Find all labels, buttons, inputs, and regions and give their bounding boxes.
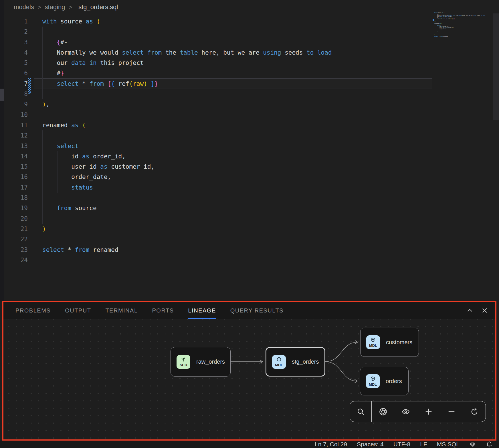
code-line: renamed as ( [42, 120, 332, 130]
lineage-canvas[interactable]: SEDraw_ordersMDLstg_ordersMDLcustomersMD… [3, 319, 495, 439]
eye-icon[interactable] [401, 407, 410, 416]
code-line [434, 37, 492, 39]
node-badge-text: MDL [369, 382, 377, 387]
vscode-window: models > staging > stg_orders.sql 123456… [0, 0, 499, 448]
line-number: 16 [0, 172, 28, 182]
bottom-panel: PROBLEMSOUTPUTTERMINALPORTSLINEAGEQUERY … [2, 301, 496, 441]
line-number: 3 [0, 37, 28, 47]
line-number: 7 [0, 79, 28, 89]
code-line: with source as ( [42, 16, 332, 27]
breadcrumb: models > staging > stg_orders.sql [14, 2, 118, 12]
code-line: ) [42, 224, 332, 234]
code-line: id as order_id, [42, 151, 332, 162]
breadcrumb-segment-models[interactable]: models [14, 3, 34, 11]
breadcrumb-separator: > [38, 4, 41, 11]
tab-problems[interactable]: PROBLEMS [15, 302, 51, 319]
lineage-node-stg_orders[interactable]: MDLstg_orders [266, 347, 325, 377]
status-item-utf-8[interactable]: UTF-8 [393, 441, 411, 448]
tab-query-results[interactable]: QUERY RESULTS [230, 302, 284, 319]
code-line: from source [42, 203, 332, 213]
line-number: 18 [0, 193, 28, 203]
node-badge: MDL [366, 374, 380, 388]
code-line: select * from renamed [42, 245, 332, 255]
line-number: 5 [0, 58, 28, 68]
lineage-node-raw_orders[interactable]: SEDraw_orders [171, 347, 231, 377]
line-number: 24 [0, 255, 28, 265]
breadcrumb-file-name: stg_orders.sql [78, 3, 118, 11]
zoom-out-icon[interactable] [447, 407, 456, 416]
line-number: 21 [0, 224, 28, 234]
code-editor[interactable]: with source as ( {#- Normally we would s… [42, 16, 332, 265]
line-number: 17 [0, 182, 28, 193]
line-number: 14 [0, 151, 28, 162]
copilot-icon[interactable] [469, 441, 476, 448]
breadcrumb-separator: > [69, 4, 72, 11]
line-number: 1 [0, 16, 28, 27]
zoom-in-icon[interactable] [424, 407, 433, 416]
line-number: 9 [0, 99, 28, 109]
editor-scrollbar[interactable] [493, 13, 499, 120]
node-label: customers [386, 339, 412, 346]
node-badge: SED [177, 355, 190, 369]
node-badge-text: MDL [275, 363, 283, 367]
line-number: 13 [0, 141, 28, 151]
code-line: order_date, [42, 172, 332, 182]
status-item-spaces-4[interactable]: Spaces: 4 [357, 441, 383, 448]
node-badge-text: MDL [369, 343, 377, 348]
line-number: 2 [0, 27, 28, 37]
line-number: 22 [0, 234, 28, 244]
code-line: select [42, 141, 332, 151]
toolbar-section [463, 401, 486, 422]
status-item-ms-sql[interactable]: MS SQL [437, 441, 460, 448]
breadcrumb-segment-staging[interactable]: staging [45, 3, 65, 11]
line-number: 8 [0, 89, 28, 99]
code-line: ), [42, 99, 332, 109]
line-number: 19 [0, 203, 28, 213]
code-line: #} [42, 68, 332, 78]
refresh-icon[interactable] [470, 407, 479, 416]
line-number: 20 [0, 214, 28, 224]
tab-terminal[interactable]: TERMINAL [105, 302, 138, 319]
status-item-ln-7-col-29[interactable]: Ln 7, Col 29 [315, 441, 347, 448]
tab-ports[interactable]: PORTS [152, 302, 174, 319]
close-icon[interactable] [481, 307, 488, 314]
node-label: raw_orders [196, 359, 225, 365]
line-number: 23 [0, 245, 28, 255]
status-item-lf[interactable]: LF [420, 441, 427, 448]
toolbar-section [350, 401, 372, 422]
minimap-modified-marker [433, 19, 434, 21]
line-number: 15 [0, 162, 28, 172]
cube-icon [370, 376, 376, 382]
code-line [42, 89, 332, 99]
line-number: 11 [0, 120, 28, 130]
seedling-icon [181, 357, 186, 362]
node-badge: MDL [272, 355, 286, 369]
code-line [42, 214, 332, 224]
panel-tab-bar: PROBLEMSOUTPUTTERMINALPORTSLINEAGEQUERY … [3, 302, 495, 319]
code-line: user_id as customer_id, [42, 162, 332, 172]
status-bar: Ln 7, Col 29Spaces: 4UTF-8LFMS SQL [0, 441, 499, 448]
search-icon[interactable] [357, 407, 365, 416]
editor-gutter: 123456789101112131415161718192021222324 [0, 16, 28, 265]
line-number: 6 [0, 68, 28, 78]
lineage-node-customers[interactable]: MDLcustomers [360, 328, 419, 357]
code-line [42, 193, 332, 203]
bell-icon[interactable] [486, 441, 493, 448]
node-badge-text: SED [180, 363, 187, 367]
code-line: select * from {{ ref(raw) }} [42, 79, 332, 89]
code-line: status [42, 182, 332, 193]
breadcrumb-file[interactable]: stg_orders.sql [76, 3, 118, 11]
lineage-node-orders[interactable]: MDLorders [360, 367, 409, 395]
chevron-up-icon[interactable] [466, 307, 474, 314]
minimap[interactable]: with source as ( {#- Normally we would s… [434, 12, 492, 41]
code-line: {#- [42, 37, 332, 47]
code-line [42, 110, 332, 120]
tab-output[interactable]: OUTPUT [65, 302, 91, 319]
node-label: stg_orders [292, 359, 319, 365]
line-number: 12 [0, 130, 28, 141]
aperture-icon[interactable] [379, 407, 387, 416]
modified-line-marker [28, 78, 31, 94]
node-badge: MDL [366, 335, 380, 349]
tab-lineage[interactable]: LINEAGE [188, 302, 216, 319]
node-label: orders [386, 378, 402, 385]
